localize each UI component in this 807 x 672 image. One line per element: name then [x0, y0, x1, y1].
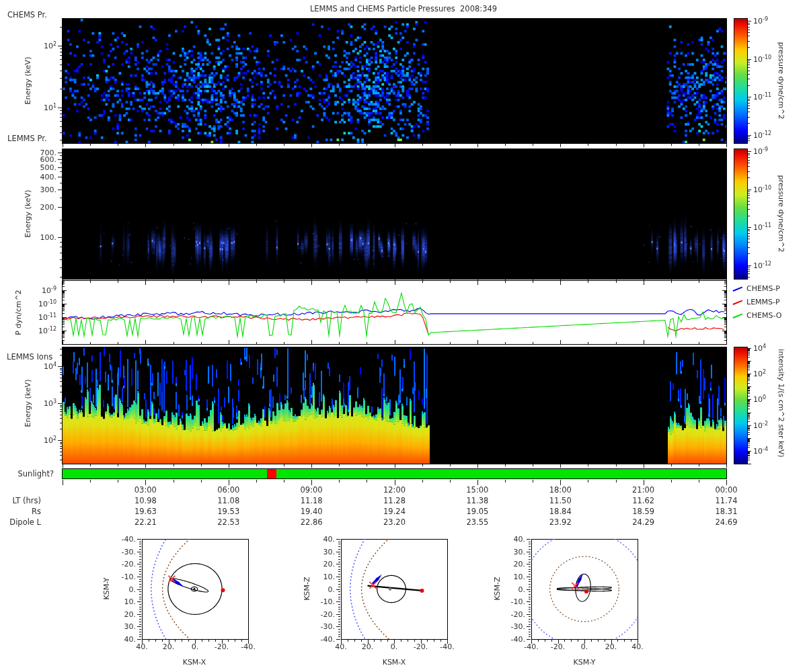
orbit-x-tick-label: -40.	[524, 642, 538, 651]
y-tick-label: 10-10	[38, 299, 56, 309]
lt-value: 11.50	[549, 496, 572, 505]
y-tick-label: 100.	[40, 233, 57, 242]
chems-p-line-swatch	[732, 286, 742, 291]
rs-value: 19.63	[134, 507, 157, 516]
colorbar-tick-label: 10-2	[753, 420, 768, 430]
orbit-y-tick-label: -20.	[511, 610, 525, 618]
rs-value: 18.31	[716, 507, 738, 516]
sunlight-bar	[62, 468, 727, 479]
dipole-l-value: 23.92	[549, 517, 572, 527]
orbit-y-tick-label: -10.	[321, 597, 335, 606]
lemms-pressure-spectrogram	[62, 149, 727, 280]
lemms-p-line-swatch	[732, 300, 742, 304]
time-tick-label: 03:00	[134, 485, 157, 495]
time-tick-label: 18:00	[549, 485, 572, 495]
orbit-y-tick-label: -10.	[122, 572, 136, 581]
intensity-colorbar	[734, 347, 748, 464]
intensity-colorbar-label: intensity 1/(s cm^2 ster keV)	[777, 349, 785, 457]
orbit-y-tick-label: 10.	[323, 572, 336, 581]
orbit-x-tick-label: -20.	[215, 642, 229, 651]
lt-value: 11.62	[632, 496, 654, 505]
orbit2-ylabel: KSM-Z	[303, 577, 311, 600]
dipole-l-value: 23.55	[466, 517, 488, 527]
orbit-y-tick-label: 40.	[514, 535, 526, 544]
dipole-l-row-label: Dipole L	[9, 517, 41, 527]
rs-value: 18.84	[549, 507, 572, 516]
orbit-y-tick-label: 0.	[328, 585, 336, 593]
orbit-y-tick-label: 20.	[514, 560, 526, 569]
rs-value: 19.53	[217, 507, 239, 516]
legend-label-chems-p: CHEMS-P	[746, 284, 780, 293]
orbit-y-tick-label: -20.	[321, 610, 335, 618]
y-tick-label: 300.	[40, 185, 57, 194]
orbit-x-tick-label: 20.	[163, 642, 175, 651]
lt-value: 11.08	[217, 496, 239, 505]
colorbar-tick-label: 104	[753, 343, 766, 353]
colorbar-tick-label: 10-10	[753, 184, 771, 194]
orbit-y-tick-label: 10.	[514, 572, 526, 581]
orbit-y-tick-label: 20.	[124, 610, 137, 618]
lemms-panel-label: LEMMS Pr.	[7, 134, 47, 143]
chems-o-line-swatch	[732, 313, 742, 318]
lt-value: 11.38	[466, 496, 488, 505]
dipole-l-value: 22.53	[217, 517, 239, 527]
orbit-y-tick-label: -20.	[122, 560, 136, 569]
orbit2-xlabel: KSM-X	[383, 658, 406, 667]
lt-value: 11.18	[301, 496, 323, 505]
legend-item-chems-p: CHEMS-P	[733, 284, 780, 293]
orbit-x-tick-label: 40.	[631, 642, 644, 651]
orbit-x-tick-label: -20.	[551, 642, 565, 651]
energy-axis-label-3: Energy (keV)	[24, 380, 32, 427]
energy-axis-label-2: Energy (keV)	[24, 190, 32, 238]
y-tick-label: 200.	[40, 202, 57, 211]
y-tick-label: 400.	[40, 172, 57, 181]
colorbar-tick-label: 10-11	[753, 222, 771, 233]
pressure-line-plot	[62, 280, 727, 345]
legend-label-chems-o: CHEMS-O	[746, 311, 781, 320]
y-tick-label: 103	[44, 398, 56, 409]
orbit3-xlabel: KSM-Y	[573, 658, 595, 667]
colorbar-tick-label: 10-9	[753, 16, 768, 26]
figure-title: LEMMS and CHEMS Particle Pressures 2008:…	[310, 4, 497, 13]
time-tick-label: 00:00	[715, 485, 737, 495]
colorbar-tick-label: 10-12	[753, 260, 771, 270]
orbit-y-tick-label: 10.	[124, 597, 137, 606]
lt-value: 10.98	[134, 496, 157, 505]
y-tick-label: 102	[44, 435, 56, 446]
colorbar-tick-label: 102	[753, 369, 766, 379]
orbit-y-tick-label: -30.	[321, 622, 335, 631]
rs-value: 19.24	[383, 507, 406, 516]
orbit-x-tick-label: 20.	[605, 642, 617, 651]
colorbar-tick-label: 10-11	[753, 92, 771, 102]
time-tick-label: 09:00	[301, 485, 323, 495]
chems-pressure-spectrogram	[62, 18, 727, 144]
pressure-axis-label: P dyn/cm^2	[14, 290, 23, 335]
colorbar-tick-label: 10-10	[753, 54, 771, 64]
orbit1-ylabel: KSM-Y	[102, 577, 111, 599]
dipole-l-value: 22.21	[134, 517, 157, 527]
time-tick-label: 21:00	[632, 485, 654, 495]
orbit-x-tick-label: -40.	[241, 642, 255, 651]
y-tick-label: 10-12	[38, 326, 56, 336]
y-tick-label: 10-11	[38, 312, 56, 323]
ions-panel-label: LEMMS Ions	[7, 352, 52, 362]
orbit-x-tick-label: 40.	[136, 642, 148, 651]
lemms-ions-spectrogram	[62, 347, 727, 464]
dipole-l-value: 22.86	[301, 517, 323, 527]
time-tick-label: 12:00	[383, 485, 406, 495]
lt-value: 11.74	[716, 496, 738, 505]
orbit-y-tick-label: -30.	[122, 547, 136, 556]
y-tick-label: 104	[44, 362, 56, 372]
orbit-x-tick-label: 0.	[581, 642, 588, 651]
orbit-x-tick-label: 0.	[192, 642, 199, 651]
rs-value: 19.05	[466, 507, 488, 516]
pressure-colorbar-label-2: pressure dyne/cm^2	[777, 175, 785, 253]
y-tick-label: 101	[44, 103, 56, 113]
orbit-x-tick-label: 0.	[391, 642, 398, 651]
dipole-l-value: 23.20	[383, 517, 406, 527]
dipole-l-value: 24.69	[716, 517, 738, 527]
colorbar-tick-label: 100	[753, 394, 766, 405]
time-tick-label: 15:00	[466, 485, 488, 495]
legend-item-lemms-p: LEMMS-P	[733, 298, 780, 306]
y-tick-label: 10-9	[42, 286, 56, 296]
